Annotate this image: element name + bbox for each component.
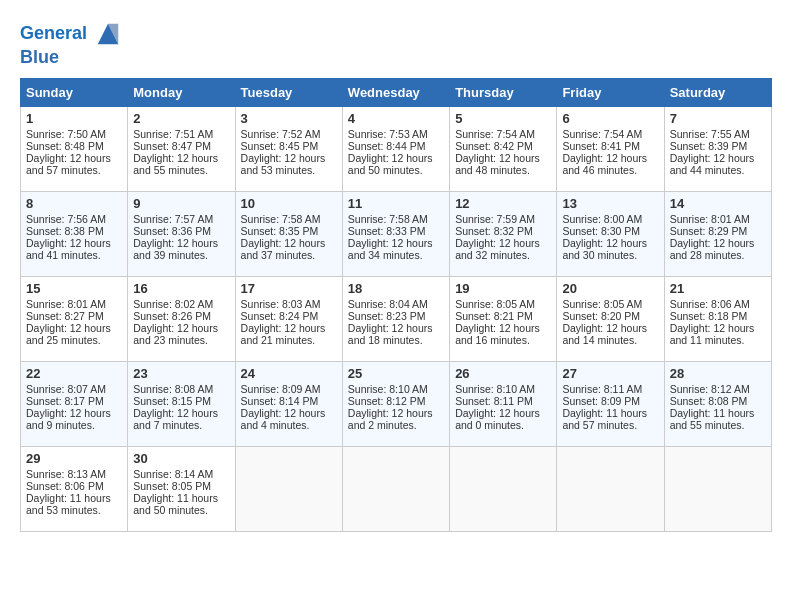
day-number: 15 [26,281,122,296]
weekday-header: Wednesday [342,78,449,106]
daylight-label: Daylight: 11 hours and 53 minutes. [26,492,111,516]
day-number: 6 [562,111,658,126]
calendar-cell: 20 Sunrise: 8:05 AM Sunset: 8:20 PM Dayl… [557,276,664,361]
daylight-label: Daylight: 12 hours and 41 minutes. [26,237,111,261]
daylight-label: Daylight: 11 hours and 50 minutes. [133,492,218,516]
sunset-text: Sunset: 8:12 PM [348,395,426,407]
day-number: 27 [562,366,658,381]
calendar-cell: 12 Sunrise: 7:59 AM Sunset: 8:32 PM Dayl… [450,191,557,276]
sunrise-text: Sunrise: 8:01 AM [26,298,106,310]
sunset-text: Sunset: 8:05 PM [133,480,211,492]
daylight-label: Daylight: 12 hours and 4 minutes. [241,407,326,431]
calendar-cell: 6 Sunrise: 7:54 AM Sunset: 8:41 PM Dayli… [557,106,664,191]
daylight-label: Daylight: 12 hours and 37 minutes. [241,237,326,261]
calendar-cell [342,446,449,531]
sunrise-text: Sunrise: 8:06 AM [670,298,750,310]
sunrise-text: Sunrise: 8:07 AM [26,383,106,395]
daylight-label: Daylight: 12 hours and 53 minutes. [241,152,326,176]
day-number: 23 [133,366,229,381]
calendar-cell: 25 Sunrise: 8:10 AM Sunset: 8:12 PM Dayl… [342,361,449,446]
sunset-text: Sunset: 8:23 PM [348,310,426,322]
daylight-label: Daylight: 12 hours and 21 minutes. [241,322,326,346]
sunset-text: Sunset: 8:36 PM [133,225,211,237]
sunset-text: Sunset: 8:15 PM [133,395,211,407]
calendar-cell: 4 Sunrise: 7:53 AM Sunset: 8:44 PM Dayli… [342,106,449,191]
sunrise-text: Sunrise: 7:52 AM [241,128,321,140]
day-number: 26 [455,366,551,381]
calendar-cell: 30 Sunrise: 8:14 AM Sunset: 8:05 PM Dayl… [128,446,235,531]
day-number: 5 [455,111,551,126]
day-number: 29 [26,451,122,466]
daylight-label: Daylight: 12 hours and 11 minutes. [670,322,755,346]
calendar-cell: 1 Sunrise: 7:50 AM Sunset: 8:48 PM Dayli… [21,106,128,191]
sunset-text: Sunset: 8:42 PM [455,140,533,152]
sunrise-text: Sunrise: 8:04 AM [348,298,428,310]
sunset-text: Sunset: 8:30 PM [562,225,640,237]
sunset-text: Sunset: 8:14 PM [241,395,319,407]
sunrise-text: Sunrise: 7:55 AM [670,128,750,140]
sunset-text: Sunset: 8:08 PM [670,395,748,407]
daylight-label: Daylight: 12 hours and 7 minutes. [133,407,218,431]
calendar-cell: 29 Sunrise: 8:13 AM Sunset: 8:06 PM Dayl… [21,446,128,531]
daylight-label: Daylight: 11 hours and 55 minutes. [670,407,755,431]
sunset-text: Sunset: 8:38 PM [26,225,104,237]
sunset-text: Sunset: 8:11 PM [455,395,533,407]
calendar-cell: 18 Sunrise: 8:04 AM Sunset: 8:23 PM Dayl… [342,276,449,361]
sunrise-text: Sunrise: 7:50 AM [26,128,106,140]
weekday-header: Sunday [21,78,128,106]
calendar-cell: 11 Sunrise: 7:58 AM Sunset: 8:33 PM Dayl… [342,191,449,276]
daylight-label: Daylight: 12 hours and 14 minutes. [562,322,647,346]
calendar-cell [235,446,342,531]
calendar-cell: 22 Sunrise: 8:07 AM Sunset: 8:17 PM Dayl… [21,361,128,446]
calendar-cell: 14 Sunrise: 8:01 AM Sunset: 8:29 PM Dayl… [664,191,771,276]
weekday-header: Monday [128,78,235,106]
day-number: 7 [670,111,766,126]
calendar-cell: 7 Sunrise: 7:55 AM Sunset: 8:39 PM Dayli… [664,106,771,191]
calendar-header-row: SundayMondayTuesdayWednesdayThursdayFrid… [21,78,772,106]
day-number: 13 [562,196,658,211]
daylight-label: Daylight: 12 hours and 2 minutes. [348,407,433,431]
sunset-text: Sunset: 8:47 PM [133,140,211,152]
calendar-cell: 16 Sunrise: 8:02 AM Sunset: 8:26 PM Dayl… [128,276,235,361]
calendar-cell: 28 Sunrise: 8:12 AM Sunset: 8:08 PM Dayl… [664,361,771,446]
calendar-cell: 27 Sunrise: 8:11 AM Sunset: 8:09 PM Dayl… [557,361,664,446]
sunset-text: Sunset: 8:44 PM [348,140,426,152]
sunrise-text: Sunrise: 7:58 AM [241,213,321,225]
daylight-label: Daylight: 12 hours and 48 minutes. [455,152,540,176]
daylight-label: Daylight: 12 hours and 44 minutes. [670,152,755,176]
logo-text2: Blue [20,48,122,68]
sunrise-text: Sunrise: 8:05 AM [455,298,535,310]
day-number: 9 [133,196,229,211]
sunset-text: Sunset: 8:48 PM [26,140,104,152]
sunset-text: Sunset: 8:45 PM [241,140,319,152]
sunset-text: Sunset: 8:21 PM [455,310,533,322]
calendar-cell [450,446,557,531]
sunrise-text: Sunrise: 7:59 AM [455,213,535,225]
daylight-label: Daylight: 12 hours and 23 minutes. [133,322,218,346]
daylight-label: Daylight: 12 hours and 30 minutes. [562,237,647,261]
calendar-week-row: 22 Sunrise: 8:07 AM Sunset: 8:17 PM Dayl… [21,361,772,446]
sunset-text: Sunset: 8:29 PM [670,225,748,237]
day-number: 20 [562,281,658,296]
daylight-label: Daylight: 12 hours and 57 minutes. [26,152,111,176]
logo-text: General [20,20,122,48]
calendar-week-row: 29 Sunrise: 8:13 AM Sunset: 8:06 PM Dayl… [21,446,772,531]
daylight-label: Daylight: 12 hours and 18 minutes. [348,322,433,346]
daylight-label: Daylight: 12 hours and 50 minutes. [348,152,433,176]
sunrise-text: Sunrise: 8:10 AM [455,383,535,395]
day-number: 17 [241,281,337,296]
day-number: 24 [241,366,337,381]
sunrise-text: Sunrise: 8:01 AM [670,213,750,225]
day-number: 16 [133,281,229,296]
day-number: 3 [241,111,337,126]
day-number: 11 [348,196,444,211]
day-number: 30 [133,451,229,466]
calendar-cell: 5 Sunrise: 7:54 AM Sunset: 8:42 PM Dayli… [450,106,557,191]
sunset-text: Sunset: 8:35 PM [241,225,319,237]
calendar-cell: 2 Sunrise: 7:51 AM Sunset: 8:47 PM Dayli… [128,106,235,191]
calendar-cell: 26 Sunrise: 8:10 AM Sunset: 8:11 PM Dayl… [450,361,557,446]
sunset-text: Sunset: 8:06 PM [26,480,104,492]
day-number: 19 [455,281,551,296]
calendar-cell: 10 Sunrise: 7:58 AM Sunset: 8:35 PM Dayl… [235,191,342,276]
daylight-label: Daylight: 12 hours and 25 minutes. [26,322,111,346]
